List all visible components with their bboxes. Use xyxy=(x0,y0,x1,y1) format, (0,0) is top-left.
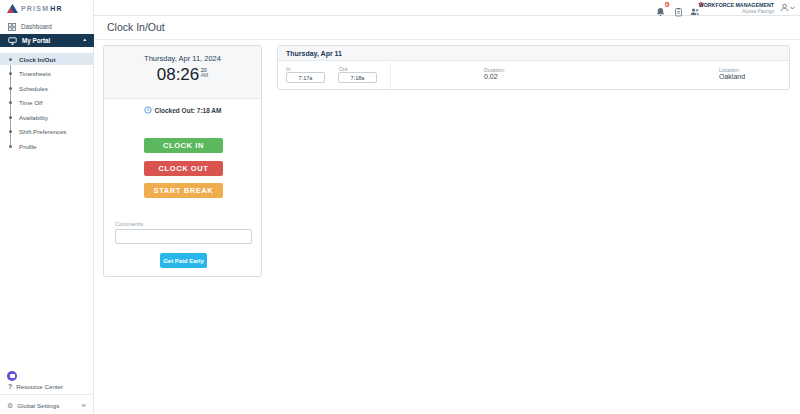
current-date: Thursday, Apr 11, 2024 xyxy=(104,54,261,63)
clock-card-header: Thursday, Apr 11, 2024 08:26 20 AM xyxy=(104,46,261,99)
org-block: WORKFORCE MANAGEMENT Alyssa Paongo xyxy=(699,2,774,14)
global-settings-label: Global Settings xyxy=(17,402,59,409)
in-time-input[interactable] xyxy=(286,72,325,83)
sidebar-item-timesheets[interactable]: Timesheets xyxy=(0,68,94,80)
monitor-icon xyxy=(8,37,17,45)
prismhr-triangle-icon xyxy=(7,4,18,13)
gear-icon: ⚙ xyxy=(7,402,13,409)
sidebar-item-clock-in-out[interactable]: Clock In/Out xyxy=(0,53,94,65)
time-meridiem: AM xyxy=(201,73,209,79)
notifications-badge: 4 xyxy=(664,1,671,8)
user-name: Alyssa Paongo xyxy=(699,9,774,14)
sidebar-item-shift-preferences[interactable]: Shift Preferences xyxy=(0,126,94,138)
current-time: 08:26 20 AM xyxy=(104,66,261,84)
global-settings-link[interactable]: ⚙ Global Settings « xyxy=(0,399,94,412)
collapse-sidebar-icon[interactable]: « xyxy=(82,401,86,410)
clock-in-button[interactable]: CLOCK IN xyxy=(144,138,223,153)
time-suffix: 20 AM xyxy=(201,67,209,79)
sidebar-item-label: Dashboard xyxy=(21,23,52,30)
resource-center-link[interactable]: ? Resource Center xyxy=(0,380,94,392)
sidebar-item-profile[interactable]: Profile xyxy=(0,140,94,152)
brand-text-prism: PRISM xyxy=(21,5,49,12)
sidebar: PRISM HR Dashboard My Portal ▲ Clock In/… xyxy=(0,0,94,414)
user-icon xyxy=(780,3,789,12)
bullet-dot-icon xyxy=(9,116,12,119)
chevron-up-icon[interactable]: ▲ xyxy=(83,38,87,43)
resource-center-label: Resource Center xyxy=(16,383,63,390)
sidebar-item-dashboard[interactable]: Dashboard xyxy=(0,20,94,33)
sidebar-item-time-off[interactable]: Time Off xyxy=(0,97,94,109)
comments-input[interactable] xyxy=(115,229,252,244)
bell-icon xyxy=(656,7,665,17)
clipboard-icon xyxy=(674,7,683,17)
out-time-input[interactable] xyxy=(338,72,377,83)
sidebar-item-label: Timesheets xyxy=(19,70,51,77)
sidebar-item-my-portal[interactable]: My Portal ▲ xyxy=(0,34,94,47)
user-menu-button[interactable] xyxy=(780,3,795,12)
app-window: PRISM HR Dashboard My Portal ▲ Clock In/… xyxy=(0,0,800,414)
bullet-dot-icon xyxy=(9,130,12,133)
bullet-dot-icon xyxy=(9,72,12,75)
time-hours-minutes: 08:26 xyxy=(157,66,200,84)
brand-logo: PRISM HR xyxy=(7,4,63,13)
bullet-dot-icon xyxy=(9,87,12,90)
duration-value: 0.02 xyxy=(484,73,498,80)
clock-out-button[interactable]: CLOCK OUT xyxy=(144,161,223,176)
bullet-dot-icon xyxy=(9,145,12,148)
divider xyxy=(390,63,391,89)
chevron-down-icon xyxy=(790,6,795,10)
sidebar-item-label: Schedules xyxy=(19,85,48,92)
sidebar-item-availability[interactable]: Availability xyxy=(0,111,94,123)
divider xyxy=(0,394,94,395)
sidebar-item-label: Shift Preferences xyxy=(19,128,66,135)
divider xyxy=(94,39,800,40)
sidebar-item-label: Time Off xyxy=(19,99,42,106)
location-value: Oakland xyxy=(719,73,745,80)
timesheet-day-panel: Thursday, Apr 11 In Out Duration: 0.02 L… xyxy=(277,45,790,90)
brand-text-hr: HR xyxy=(50,5,63,12)
bullet-dot-icon xyxy=(9,58,12,61)
start-break-button[interactable]: START BREAK xyxy=(144,183,223,198)
clock-icon xyxy=(144,106,152,114)
timesheet-day-header: Thursday, Apr 11 xyxy=(278,46,789,61)
grid-icon xyxy=(8,23,16,31)
clock-status-text: Clocked Out: 7:18 AM xyxy=(155,107,222,114)
bullet-dot-icon xyxy=(9,101,12,104)
clock-card: Thursday, Apr 11, 2024 08:26 20 AM Clock… xyxy=(103,45,262,277)
topbar: 4 5 WORKFORCE MANAGEMENT Alyssa Paongo xyxy=(94,0,800,16)
get-paid-early-button[interactable]: Get Paid Early xyxy=(160,253,207,268)
company-name: WORKFORCE MANAGEMENT xyxy=(699,2,774,8)
sidebar-item-label: My Portal xyxy=(22,37,50,44)
tasks-button[interactable] xyxy=(674,3,685,14)
question-icon: ? xyxy=(8,383,12,390)
page-title: Clock In/Out xyxy=(107,21,165,33)
notifications-button[interactable]: 4 xyxy=(656,3,667,14)
clock-status: Clocked Out: 7:18 AM xyxy=(104,106,261,114)
sidebar-item-label: Clock In/Out xyxy=(19,56,55,63)
comments-label: Comments xyxy=(115,221,143,227)
sidebar-item-schedules[interactable]: Schedules xyxy=(0,82,94,94)
sidebar-item-label: Availability xyxy=(19,114,48,121)
sidebar-item-label: Profile xyxy=(19,143,37,150)
